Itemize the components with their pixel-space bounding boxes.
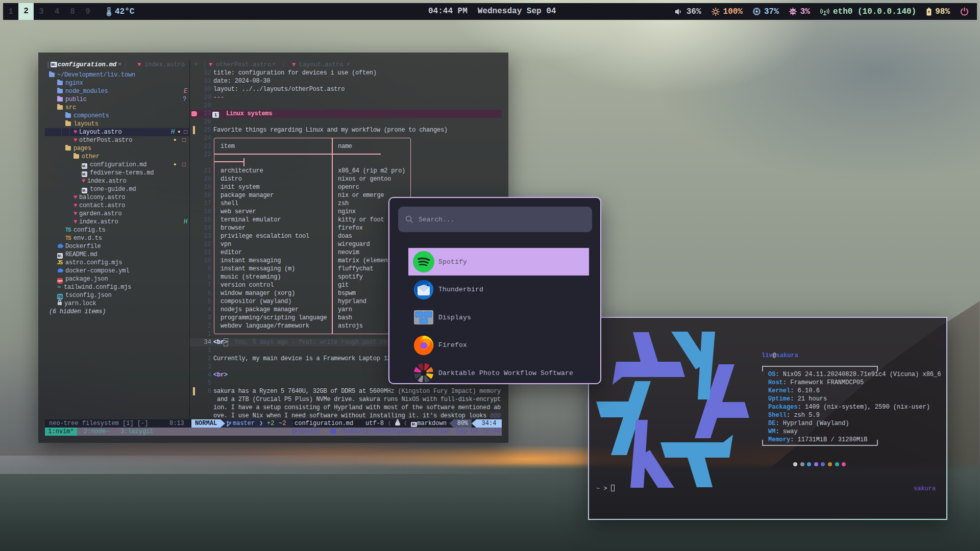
svg-text:GN: GN: [791, 10, 795, 13]
